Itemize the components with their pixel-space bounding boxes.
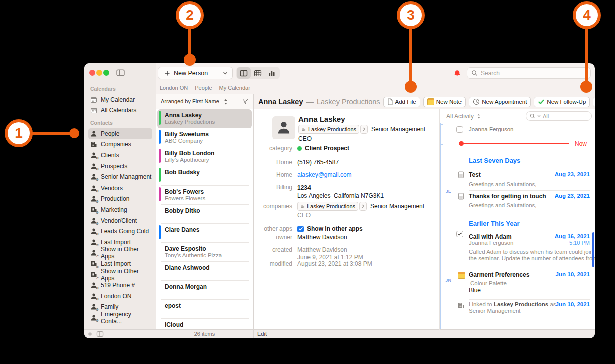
window-zoom-button[interactable]: [103, 70, 109, 76]
sort-control[interactable]: Arranged by First Name: [161, 98, 219, 104]
sidebar-toggle-icon[interactable]: [116, 69, 125, 77]
timeline-ruler: [440, 123, 441, 330]
sidebar-item-prospects[interactable]: ⚙Prospects: [88, 161, 152, 172]
tab-my-calendar[interactable]: My Calendar: [219, 85, 250, 91]
contact-row-bob-budsky[interactable]: Bob Budsky: [157, 166, 252, 186]
building-icon: [457, 302, 465, 309]
check-icon: [298, 226, 303, 231]
company-chip[interactable]: Laskey Productions: [297, 202, 358, 211]
chevron-right-chip[interactable]: [359, 202, 367, 211]
add-file-button[interactable]: Add File: [383, 97, 420, 107]
activity-item-title[interactable]: Test: [469, 171, 481, 178]
building-icon: [301, 127, 306, 132]
new-note-button[interactable]: New Note: [423, 97, 466, 107]
search-icon: [471, 70, 478, 76]
contact-row-clare-danes[interactable]: Clare Danes: [157, 224, 252, 243]
view-chart-segment[interactable]: [265, 67, 279, 79]
activity-scope-search[interactable]: All: [526, 111, 592, 121]
now-label: Now: [575, 140, 587, 147]
contact-row-donna-morgan[interactable]: Donna Morgan: [157, 281, 252, 300]
activity-filter[interactable]: All Activity: [446, 113, 474, 120]
contact-row-icloud[interactable]: iCloud: [157, 319, 252, 330]
sidebar-item-all-calendars[interactable]: All Calendars: [88, 105, 152, 116]
sidebar-item-show-in-other-apps-people[interactable]: ↗Show in Other Apps: [88, 248, 152, 259]
contact-row-dave-esposito[interactable]: Dave EspositoTony's Authentic Pizza: [157, 243, 252, 262]
more-button[interactable]: •••: [593, 97, 595, 107]
window-close-button[interactable]: [89, 70, 95, 76]
contact-row-anna-laskey[interactable]: Anna LaskeyLaskey Productions: [157, 109, 252, 128]
activity-item-title[interactable]: Garment Preferences: [469, 271, 529, 278]
sort-arrows-icon[interactable]: [223, 98, 229, 105]
contact-row-diane-ashwood[interactable]: Diane Ashwood: [157, 262, 252, 281]
tab-london-on[interactable]: London ON: [160, 85, 188, 91]
callout-line-1: [31, 132, 75, 135]
sidebar-section-calendars: Calendars: [88, 83, 152, 94]
filter-funnel-icon[interactable]: [242, 98, 249, 105]
note-field-label: Colour Palette: [470, 280, 507, 286]
sidebar-item-people[interactable]: People: [88, 128, 152, 139]
show-in-other-apps-checkbox[interactable]: [297, 226, 304, 232]
table-icon: [254, 69, 262, 77]
detail-title-name: Anna Laskey: [258, 98, 303, 106]
sidebar-item-senior-managment[interactable]: ⚙Senior Managment: [88, 171, 152, 183]
sidebar-item-marketing[interactable]: ⚙Marketing: [88, 204, 152, 215]
contact-row-billy-sweetums[interactable]: Billy SweetumsABC Company: [157, 128, 252, 147]
add-list-button[interactable]: [87, 331, 93, 337]
contact-row-billy-bob-london[interactable]: Billy Bob LondonLilly's Apothocary: [157, 147, 252, 166]
contact-row-epost[interactable]: epost: [157, 300, 252, 319]
callout-circle-4: 4: [573, 1, 601, 29]
view-columns-segment[interactable]: [237, 67, 251, 79]
new-person-button[interactable]: New Person: [158, 67, 233, 79]
callout-dot-1: [69, 128, 79, 138]
sidebar-item-companies[interactable]: Companies: [88, 139, 152, 150]
view-table-segment[interactable]: [251, 67, 265, 79]
activity-item-author: Joanna Ferguson: [469, 240, 514, 246]
contact-detail-pane: Anna Laskey Laskey Productions Senior Ma…: [253, 109, 439, 330]
sidebar-item-my-calendar[interactable]: My Calendar: [88, 94, 152, 105]
profile-name: Anna Laskey: [298, 115, 345, 123]
chevron-down-icon[interactable]: [222, 70, 228, 76]
sidebar-item-519-phone[interactable]: ⚙519 Phone #: [88, 280, 152, 291]
email-link[interactable]: alaskey@gmail.com: [297, 171, 352, 178]
sidebar-item-london-on[interactable]: ⚙London ON: [88, 291, 152, 302]
activity-item-title[interactable]: Thanks for getting in touch: [469, 193, 546, 200]
sidebar-item-show-in-other-apps-companies[interactable]: ↗Show in Other Apps: [88, 269, 152, 280]
search-field[interactable]: Search: [467, 67, 591, 79]
building-icon: [300, 204, 305, 209]
search-icon: [530, 113, 535, 119]
completed-task-checkbox[interactable]: [456, 231, 463, 237]
notification-bell-icon[interactable]: [453, 70, 462, 77]
new-appointment-button[interactable]: New Appointment: [469, 97, 531, 107]
callout-dot-2: [184, 54, 196, 66]
sidebar-item-leads-going-cold[interactable]: ⚙Leads Going Cold: [88, 226, 152, 237]
new-follow-up-button[interactable]: New Follow-Up: [534, 97, 590, 107]
group-last-seven-days: Last Seven Days: [469, 157, 520, 164]
profile-role: Senior Management: [371, 126, 425, 133]
contact-row-bobby-ditko[interactable]: Bobby Ditko: [157, 205, 252, 224]
sidebar-item-vendors[interactable]: ⚙Vendors: [88, 183, 152, 194]
sidebar-item-emergency-contacts[interactable]: ⚙Emergency Conta...: [88, 312, 152, 323]
sidebar-item-clients[interactable]: ⚙Clients: [88, 150, 152, 161]
contact-rows: Anna LaskeyLaskey Productions Billy Swee…: [156, 109, 253, 330]
pending-task-checkbox[interactable]: [456, 126, 463, 133]
scrollbar-thumb[interactable]: [592, 232, 594, 267]
avatar[interactable]: [272, 116, 295, 139]
activity-item-preview: Greetings and Salutations,: [469, 181, 537, 187]
activity-item-title[interactable]: Call with Adam: [469, 233, 512, 240]
contact-row-bobs-fowers[interactable]: Bob's FowersFowers Flowers: [157, 186, 252, 205]
tab-people[interactable]: People: [195, 85, 212, 91]
person-gear-icon: ⚙: [90, 217, 98, 224]
edit-button[interactable]: Edit: [257, 331, 267, 337]
profile-job-title: CEO: [298, 135, 312, 142]
note-icon: [458, 272, 465, 279]
window-minimize-button[interactable]: [96, 70, 102, 76]
person-icon: [90, 130, 98, 137]
sort-arrows-icon[interactable]: [476, 113, 481, 119]
person-gear-icon: ⚙: [90, 293, 98, 300]
panel-icon[interactable]: [96, 331, 104, 337]
contact-list: Arranged by First Name Anna LaskeyLaskey…: [156, 94, 253, 330]
chevron-right-chip[interactable]: [360, 125, 368, 134]
sidebar-item-production[interactable]: ⚙Production: [88, 194, 152, 205]
company-chip[interactable]: Laskey Productions: [298, 125, 359, 134]
sidebar-item-vendor-client[interactable]: ⚙Vendor/Client: [88, 215, 152, 226]
